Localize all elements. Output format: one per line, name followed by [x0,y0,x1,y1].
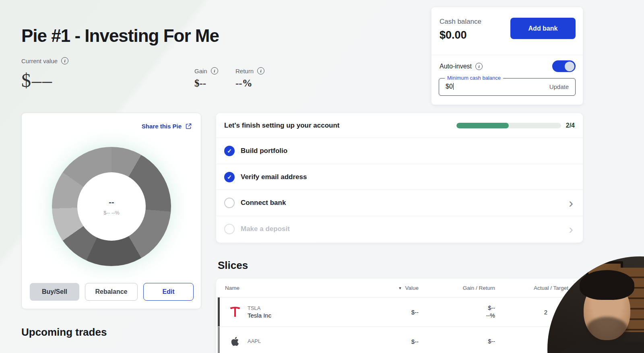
setup-progress-bar [456,123,561,128]
current-value-label: Current value [21,58,58,64]
table-row-aapl[interactable]: AAPL $-- $-- [216,327,583,353]
auto-invest-label: Auto-invest [440,63,472,70]
pie-donut-center: -- $-- --% [77,172,146,241]
slices-table: Name ▼Value Gain / Return Actual / Targe… [216,279,583,353]
setup-item-connect-bank[interactable]: Connect bank › [216,190,583,216]
pie-donut[interactable]: -- $-- --% [52,147,171,266]
table-row-tsla[interactable]: TSLA Tesla Inc $-- $-- --% 2 [216,297,583,327]
ticker-block: TSLA Tesla Inc [248,305,271,319]
edit-button[interactable]: Edit [143,283,194,301]
value-cell: $-- [370,309,419,316]
gain-return-cell: $-- [419,338,495,345]
name-cell: AAPL [216,334,370,348]
tesla-logo-icon [228,305,242,319]
toggle-knob [565,62,574,71]
share-pie-label: Share this Pie [142,123,182,130]
column-header-name[interactable]: Name [216,285,370,291]
upcoming-trades-heading: Upcoming trades [21,326,107,339]
column-header-value[interactable]: ▼Value [370,285,419,291]
update-button[interactable]: Update [549,83,569,90]
page: Pie #1 - Investing For Me Current value … [0,0,644,353]
empty-circle-icon [224,198,235,208]
name-cell: TSLA Tesla Inc [216,305,370,319]
company-name: Tesla Inc [248,312,271,319]
gain-value: $-- [419,338,495,345]
chevron-right-icon: › [569,196,573,209]
setup-item-verify-email: ✓ Verify email address [216,164,583,190]
account-setup-card: Let's finish setting up your account 2/4… [216,113,583,243]
divider [431,55,583,55]
setup-item-label: Connect bank [241,199,569,207]
current-value: $–– [21,69,68,91]
return-value: --% [419,312,495,320]
minimum-cash-balance-input[interactable]: Minimum cash balance $0 Update [439,78,576,96]
share-icon [185,123,192,130]
slice-color-bar [218,297,220,326]
setup-item-build-portfolio: ✓ Build portfolio [216,138,583,164]
setup-item-label: Verify email address [241,173,575,181]
page-title: Pie #1 - Investing For Me [21,26,219,46]
gain-label: Gain [194,68,207,74]
ticker-block: AAPL [248,338,261,345]
empty-circle-icon [224,224,235,234]
pie-actions: Buy/Sell Rebalance Edit [30,283,194,301]
setup-progress-text: 2/4 [566,122,575,129]
info-icon[interactable]: i [257,67,264,74]
check-circle-icon: ✓ [224,146,235,156]
column-header-actual-target[interactable]: Actual / Target [495,285,568,291]
ticker-symbol: AAPL [248,338,261,344]
webcam-person-body [551,342,644,353]
webcam-person-hair [580,270,634,300]
cash-balance-label: Cash balance [440,18,481,26]
info-icon[interactable]: i [61,57,68,64]
rebalance-button[interactable]: Rebalance [85,283,138,301]
share-pie-link[interactable]: Share this Pie [142,123,192,130]
info-icon[interactable]: i [211,67,218,74]
text-cursor [453,83,454,90]
return-value: --% [235,78,264,89]
setup-item-label: Build portfolio [241,147,575,155]
ticker-symbol: TSLA [248,305,271,311]
gain-stat: Gain i $-- [194,67,218,89]
slices-heading: Slices [218,259,248,272]
cash-balance-card: Cash balance $0.00 Add bank Auto-invest … [431,7,583,105]
column-header-gain-return[interactable]: Gain / Return [419,285,495,291]
minimum-cash-balance-label: Minimum cash balance [445,75,503,81]
pie-card: Share this Pie -- $-- --% Buy/Sell Rebal… [21,113,201,309]
gain-value: $-- [194,78,218,89]
auto-invest-toggle[interactable] [552,60,576,72]
value-cell: $-- [370,338,419,345]
apple-logo-icon [228,334,242,348]
return-label: Return [235,68,254,74]
gain-return-cell: $-- --% [419,304,495,320]
sort-desc-icon: ▼ [398,286,402,290]
webcam-person-beard [586,317,628,343]
return-stat: Return i --% [235,67,264,89]
check-circle-icon: ✓ [224,172,235,182]
cash-balance-value: $0.00 [440,29,467,41]
pie-center-detail: $-- --% [103,210,120,216]
slice-color-bar [218,327,220,353]
setup-item-make-deposit: Make a deposit › [216,216,583,242]
setup-header: Let's finish setting up your account 2/4 [216,113,583,138]
setup-title: Let's finish setting up your account [224,122,456,130]
setup-progress-fill [456,123,509,128]
pie-center-value: -- [109,198,114,207]
add-bank-button[interactable]: Add bank [510,18,576,39]
current-value-stat: Current value i $–– [21,57,68,91]
minimum-cash-balance-value: $0 [446,83,454,90]
slices-table-header: Name ▼Value Gain / Return Actual / Targe… [216,279,583,297]
info-icon[interactable]: i [475,63,483,70]
setup-item-label: Make a deposit [241,225,569,233]
gain-value: $-- [419,304,495,312]
chevron-right-icon: › [569,223,573,235]
buy-sell-button[interactable]: Buy/Sell [30,283,79,301]
auto-invest-row: Auto-invest i [440,63,483,70]
